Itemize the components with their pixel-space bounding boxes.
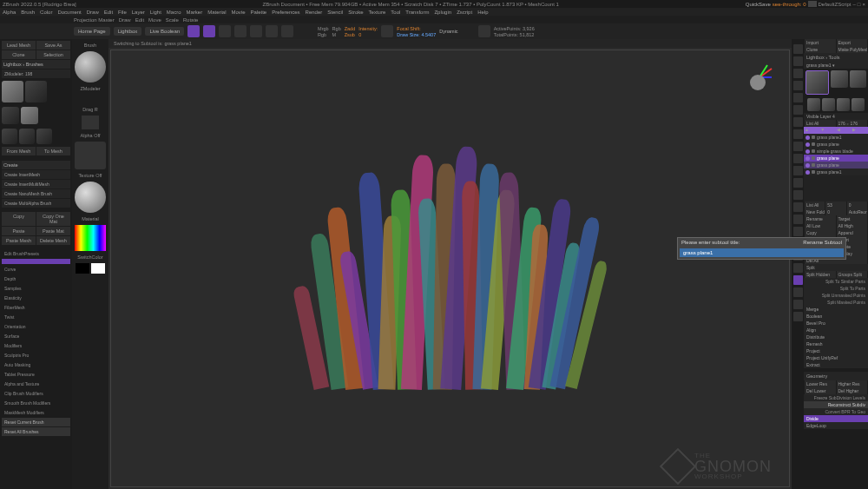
from-mesh-button[interactable]: From Mesh — [2, 147, 36, 155]
menu-item[interactable]: Help — [477, 10, 488, 15]
lower-res[interactable]: Lower Res — [805, 380, 836, 387]
scale-mode-icon[interactable] — [234, 25, 247, 37]
split-similar[interactable]: Split To Similar Parts — [804, 278, 868, 285]
menu-item[interactable]: Tool — [391, 10, 400, 15]
menu-item[interactable]: Render — [306, 10, 323, 15]
subtool-item[interactable]: grass plane — [804, 162, 868, 169]
clone-button[interactable]: Clone — [2, 50, 36, 59]
frame4-icon[interactable] — [793, 215, 803, 224]
section-sculptris[interactable]: Sculptris Pro — [2, 351, 70, 360]
export-button[interactable]: Export — [837, 39, 868, 46]
menu-item[interactable]: Stroke — [348, 10, 363, 15]
projectunify-section[interactable]: Project UnifyRef — [804, 354, 868, 361]
max-icon[interactable]: □ — [858, 2, 861, 7]
groups-split[interactable]: Groups Split — [837, 271, 868, 278]
section-depth[interactable]: Depth — [2, 274, 70, 283]
extract-section[interactable]: Extract — [804, 361, 868, 368]
quicksave-button[interactable]: QuickSave — [746, 2, 771, 7]
paste-button[interactable]: Paste — [2, 227, 36, 235]
nav-left-icon[interactable]: ◀ — [837, 127, 852, 134]
menu-item[interactable]: Preferences — [272, 10, 299, 15]
section-samples[interactable]: Samples — [2, 284, 70, 293]
clone-tool-button[interactable]: Clone — [805, 46, 836, 53]
viewport[interactable]: THE GNOMON WORKSHOP — [110, 50, 790, 487]
create-insertmesh[interactable]: Create InsertMesh — [2, 170, 70, 179]
split-masked[interactable]: Split Masked Points — [804, 299, 868, 306]
frame2-icon[interactable] — [793, 190, 803, 200]
edgeloop-section[interactable]: EdgeLoop — [804, 422, 868, 429]
menu-item[interactable]: Stencil — [327, 10, 343, 15]
topbar-item[interactable]: Edit — [135, 17, 144, 23]
lightbox-tools[interactable]: Lightbox › Tools — [804, 53, 868, 62]
menu-item[interactable]: Color — [40, 10, 52, 15]
draw-mode-icon[interactable] — [203, 25, 215, 37]
divide-button[interactable]: Divide — [804, 415, 868, 422]
selection-button[interactable]: Selection — [36, 50, 70, 59]
edit-mode-icon[interactable] — [187, 25, 200, 37]
autoreorder[interactable]: AutoReorder — [847, 208, 867, 215]
topbar-item[interactable]: Scale — [166, 17, 179, 23]
menu-item[interactable]: Zplugin — [434, 10, 451, 15]
higher-res[interactable]: Higher Res — [837, 380, 868, 387]
subtool-item[interactable]: simple grass blade — [804, 148, 868, 155]
remesh-section[interactable]: Remesh — [804, 340, 868, 347]
ghost-icon[interactable] — [793, 287, 803, 297]
color-picker[interactable] — [75, 225, 106, 251]
polyframe-icon[interactable] — [793, 275, 803, 285]
menu-item[interactable]: Macro — [167, 10, 181, 15]
copy-one-mat[interactable]: Copy One Mat — [36, 212, 70, 226]
section-surface[interactable]: Surface — [2, 332, 70, 340]
paste-mesh[interactable]: Paste Mesh — [2, 236, 36, 245]
persp-icon[interactable] — [793, 117, 803, 127]
section-smoothbrush[interactable]: Smooth Brush Modifiers — [2, 399, 70, 407]
topbar-item[interactable]: Move — [148, 17, 161, 23]
nav-down-icon[interactable]: ▼ — [820, 127, 835, 134]
subtool-item[interactable]: grass plane — [804, 141, 868, 148]
list-all[interactable]: List All — [805, 120, 836, 127]
tool-thumb[interactable] — [831, 70, 847, 88]
paste-mat[interactable]: Paste Mat — [36, 227, 70, 235]
alpha-selector[interactable] — [75, 142, 106, 169]
lightbox-brushes-header[interactable]: Lightbox › Brushes — [2, 60, 70, 69]
pan-icon[interactable] — [793, 69, 803, 78]
target-button[interactable]: Target — [837, 215, 868, 222]
dynamic-toggle[interactable]: Dynamic — [439, 29, 457, 34]
subtool-item[interactable]: grass plane1 — [804, 169, 868, 175]
del-lower[interactable]: Del Lower — [805, 387, 836, 394]
tab-lightbox[interactable]: Lightbox — [114, 27, 142, 36]
menu-item[interactable]: Layer — [132, 10, 145, 15]
tool-icon[interactable] — [281, 25, 293, 37]
distribute-section[interactable]: Distribute — [804, 334, 868, 340]
section-tablet[interactable]: Tablet Pressure — [2, 370, 70, 379]
vislayer-section[interactable]: Visible Layer 4 — [804, 113, 868, 120]
section-curve[interactable]: Curve — [2, 265, 70, 274]
color-swatch-white[interactable] — [91, 263, 105, 274]
section-maskmesh[interactable]: MaskMesh Modifiers — [2, 408, 70, 417]
make-polymesh-button[interactable]: Make PolyMesh3D — [837, 46, 868, 53]
split-parts[interactable]: Split To Parts — [804, 285, 868, 292]
list-all-btn[interactable]: List All — [805, 202, 825, 208]
frame8-icon[interactable] — [793, 263, 803, 273]
brush-icon[interactable] — [381, 25, 393, 37]
tool-thumb[interactable] — [807, 98, 820, 111]
bpr-icon[interactable] — [793, 44, 803, 54]
switchcolor-label[interactable]: SwitchColor — [77, 254, 102, 260]
edit-brush-presets[interactable]: Edit BrushPresets — [2, 249, 70, 258]
subtool-item-selected[interactable]: grass plane — [804, 155, 868, 162]
new-folder[interactable]: New Folder — [805, 208, 825, 215]
topbar-item[interactable]: Draw — [119, 17, 131, 23]
gizmo-icon[interactable] — [266, 25, 278, 37]
append-subtool[interactable]: Append — [837, 229, 868, 236]
to-mesh-button[interactable]: To Mesh — [36, 147, 70, 155]
geometry-header[interactable]: Geometry — [804, 372, 868, 380]
brush-thumb[interactable] — [2, 129, 17, 144]
rotate-mode-icon[interactable] — [250, 25, 262, 37]
xyz-icon[interactable] — [793, 166, 803, 175]
tool-thumb[interactable] — [837, 98, 850, 111]
split-unmasked[interactable]: Split Unmasked Points — [804, 292, 868, 299]
section-modifiers[interactable]: Modifiers — [2, 341, 70, 350]
boolean-section[interactable]: Boolean — [804, 313, 868, 320]
tool-thumb[interactable] — [822, 98, 835, 111]
solo-icon[interactable] — [793, 300, 803, 309]
tab-liveboolean[interactable]: Live Boolean — [145, 27, 184, 36]
